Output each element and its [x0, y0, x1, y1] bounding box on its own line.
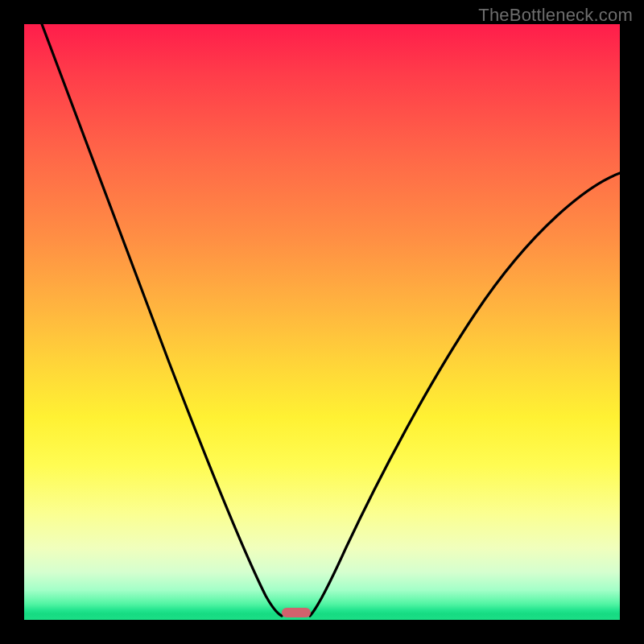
plot-area [24, 24, 620, 620]
curves-layer [24, 24, 620, 620]
bottleneck-marker [282, 608, 311, 617]
chart-frame: TheBottleneck.com [0, 0, 644, 644]
right-curve [310, 173, 620, 616]
watermark-text: TheBottleneck.com [478, 5, 633, 26]
left-curve [42, 24, 282, 616]
